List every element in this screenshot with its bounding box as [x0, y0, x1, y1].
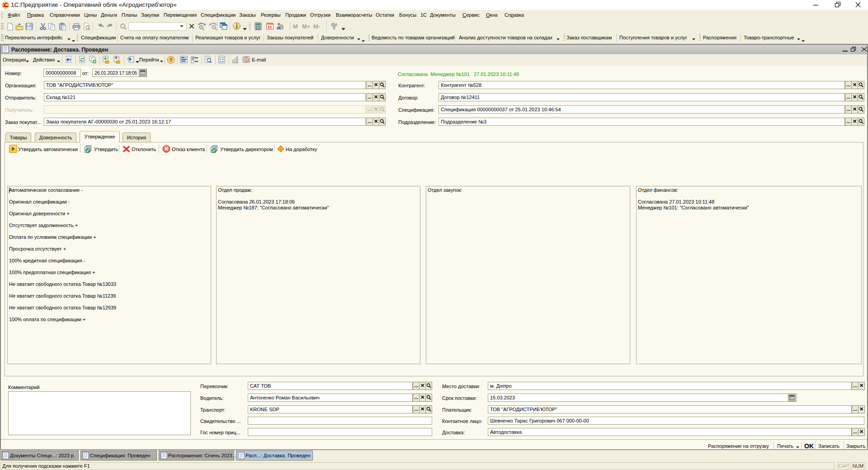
svg-text:M+: M+ — [302, 23, 311, 30]
svg-text:?: ? — [170, 57, 173, 62]
svg-text:M-: M- — [313, 23, 320, 30]
svg-text:31: 31 — [268, 25, 272, 29]
svg-text:M: M — [293, 23, 298, 30]
